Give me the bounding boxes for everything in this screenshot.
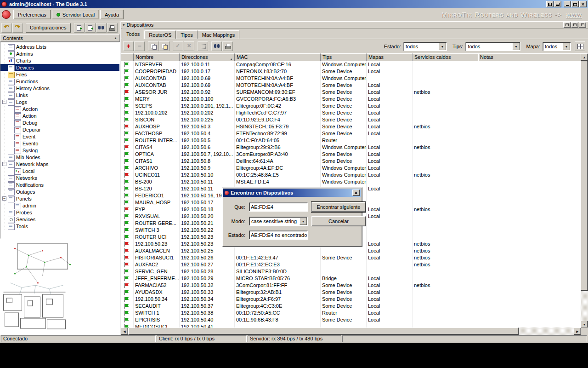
device-row[interactable]: AUXALMACEN192.100.50.25Localnetbios [121,247,581,254]
menu-button-preferencias[interactable]: Preferencias [13,10,51,19]
column-settings-button[interactable] [575,41,585,51]
device-row[interactable]: COOPROPIEDAD192.100.0.17NETRONIX,I:83:B2… [121,68,581,75]
sidebar-item-devices[interactable]: Devices [0,64,119,71]
device-row[interactable]: 192.100.50.34192.100.50.34Elitegroup:2A:… [121,296,581,303]
contents-header[interactable]: Contents ▲ [0,34,120,42]
sidebar-item-links[interactable]: Links [0,92,119,98]
find-button[interactable] [211,41,222,51]
device-row[interactable]: AUXCONTAB192.100.0.69MOTOTECHIN:0A:A4:BF… [121,75,581,82]
device-row[interactable]: JEFE_ENFERME...192.100.50.29MICRO-STAR:B… [121,275,581,282]
device-row[interactable]: AUXCONTAB192.100.0.69MOTOTECHIN:0A:A4:BF… [121,82,581,89]
sidebar-item-services[interactable]: Services [0,216,119,223]
scroll-left-icon[interactable]: ◀ [121,328,128,335]
configuraciones-button[interactable]: Configuraciones [26,23,71,33]
chevron-down-icon[interactable]: ▼ [563,43,570,50]
mode-combo[interactable]: case sensitive string ▼ [249,217,308,226]
tab-tipos[interactable]: Tipos [176,30,198,39]
accept-button[interactable] [173,41,183,51]
doc-export-button[interactable] [74,23,85,33]
add-button[interactable] [123,41,134,51]
sidebar-item-action[interactable]: Action [0,112,119,119]
dialog-titlebar[interactable]: Encontrar en Dispositivos × [223,189,361,197]
collapse-panel-icon[interactable]: ▾ [123,23,125,27]
devices-panel-titlebar[interactable]: ▾ Dispositivos [121,21,588,29]
device-row[interactable]: UCINEO11192.100.50.1000:1C:25:48:8A:E5Wi… [121,172,581,178]
column-header-direcciones[interactable]: Direcciones▲ [180,53,235,61]
menu-button-ayuda[interactable]: Ayuda [100,10,124,19]
column-header-servicios-caidos[interactable]: Servicios caidos [413,53,478,61]
map-preview[interactable] [0,239,120,335]
close-button[interactable]: × [579,1,587,7]
filter-combo-estado[interactable]: todos▼ [403,42,447,51]
sidebar-item-address-lists[interactable]: Address Lists [0,43,119,50]
dock-pane-button[interactable] [546,1,554,7]
column-header-tips[interactable]: Tips [321,53,367,61]
sidebar-item-notifications[interactable]: Notifications [0,181,119,188]
device-row[interactable]: SISCON192.100.0.22500:1D:92:E9:DC:F4Some… [121,116,581,123]
find-button[interactable] [96,23,107,33]
reject-button[interactable] [184,41,194,51]
sidebar-item-probes[interactable]: Probes [0,209,119,216]
redo-button[interactable] [12,23,23,33]
scroll-right-icon[interactable]: ▶ [574,328,581,335]
device-row[interactable]: SCEPS192.100.0.201, 192.1...Elitegroup:0… [121,103,581,109]
filter-combo-mapa[interactable]: todos▼ [543,42,571,51]
menu-button-servidor-local[interactable]: Servidor Local [52,10,99,19]
sidebar-item-charts[interactable]: Charts [0,57,119,64]
device-row[interactable]: BS-200192.100.50.11MSI:AE:FD:E4Windows C… [121,178,581,185]
sidebar-item-mib-nodes[interactable]: Mib Nodes [0,154,119,161]
device-row[interactable]: OPTICA192.100.50.7, 192.10...3ComEurope:… [121,151,581,158]
paste-button[interactable] [159,41,170,51]
sidebar-item-files[interactable]: Files [0,71,119,78]
cancel-button[interactable]: Cancelar [311,216,366,226]
sidebar-item-logs[interactable]: −Logs [0,98,119,105]
sidebar-item-history-actions[interactable]: History Actions [0,85,119,92]
sidebar-item-admins[interactable]: Admins [0,50,119,57]
panel-restore-button[interactable] [563,22,571,28]
device-row[interactable]: ASESOR JUR192.100.0.92SUREMANCOM:69:30:E… [121,89,581,96]
device-row[interactable]: CITAS4192.100.50.6Elitegroup:29:92:B6Win… [121,144,581,151]
device-row[interactable]: ROUTER INTER...192.100.50.500:1C:F0:AD:6… [121,137,581,144]
device-row[interactable]: AYUDASDX192.100.50.33Elitegroup:32:AB:B1… [121,289,581,296]
sidebar-item-syslog[interactable]: Syslog [0,147,119,154]
device-row[interactable]: HISTORIASUCI1192.100.50.2600:1F:E1:42:E9… [121,254,581,261]
tab-mac-mappings[interactable]: Mac Mappings [198,30,240,39]
copy-button[interactable] [148,41,158,51]
device-row[interactable]: AUXHOSP192.100.50.3HSINGTECH.:05:F3:79So… [121,123,581,130]
print-button[interactable] [107,23,118,33]
sidebar-item-evento[interactable]: Evento [0,140,119,147]
sidebar-item-tools[interactable]: Tools [0,223,119,230]
collapse-toggle-icon[interactable]: − [2,196,6,201]
sidebar-item-debug[interactable]: Debug [0,119,119,126]
collapse-toggle-icon[interactable]: − [2,162,6,166]
undo-button[interactable] [1,23,12,33]
remove-button[interactable] [134,41,145,51]
column-header-nombre[interactable]: Nombre [134,53,180,61]
device-row[interactable]: AUXFAC2192.100.50.2700:1F:E1:42:EC:E3net… [121,261,581,268]
device-row[interactable]: SECAUDIT192.100.50.37Elitegroup:4C:C3:0E… [121,303,581,310]
scroll-up-icon[interactable]: ▲ [581,53,588,61]
filter-combo-tips[interactable]: todos▼ [465,42,520,51]
frame-button[interactable] [198,41,208,51]
chevron-down-icon[interactable]: ▼ [512,43,520,50]
device-row[interactable]: ARCHIVO192.100.50.9Elitegroup:4A:EF:DCWi… [121,165,581,172]
column-header-flag[interactable] [121,53,134,61]
chevron-down-icon[interactable]: ▼ [439,43,446,50]
sidebar-item-functions[interactable]: Functions [0,78,119,85]
panel-close-button[interactable] [579,22,586,28]
device-row[interactable]: SERVIC_GEN192.100.50.28SILICONINT:F3:B0:… [121,268,581,275]
minimize-button[interactable] [564,1,571,7]
device-row[interactable]: NTSERVER192.100.0.11CompaqComp:08:CE:16W… [121,61,581,68]
column-header-mapas[interactable]: Mapas [367,53,413,61]
panel-maximize-button[interactable] [571,22,578,28]
sidebar-item-network-maps[interactable]: −Network Maps [0,161,119,167]
sidebar-item-accion[interactable]: Accion [0,105,119,112]
search-input[interactable] [249,202,308,212]
scroll-down-icon[interactable]: ▼ [581,321,588,328]
device-row[interactable]: FARMACIA52192.100.50.323ComCorpor:81:FF:… [121,282,581,289]
horizontal-scroll-thumb[interactable] [128,328,519,335]
sidebar-item-event[interactable]: Event [0,133,119,140]
sidebar-item-admin[interactable]: admin [0,202,119,209]
sidebar-item-panels[interactable]: −Panels [0,195,119,202]
device-row[interactable]: FACTHOSP192.100.50.4ETENTechno:89:72:99S… [121,130,581,137]
